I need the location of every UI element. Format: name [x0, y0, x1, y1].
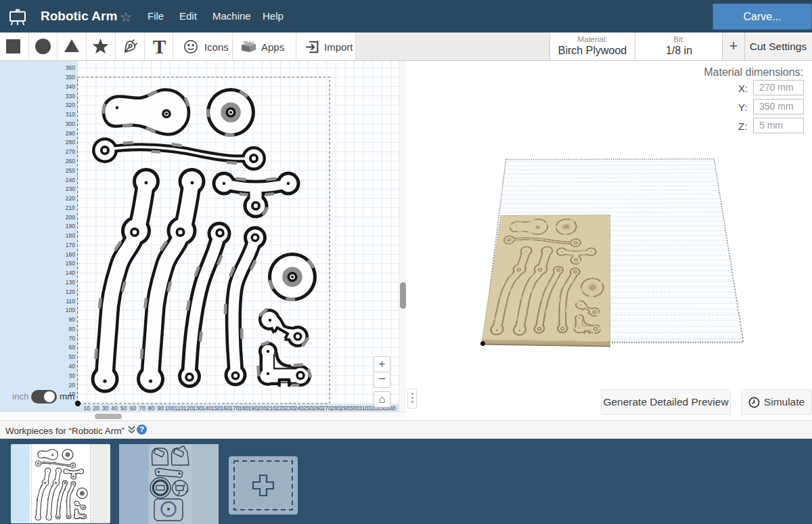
svg-text:210: 210 [267, 405, 276, 412]
svg-text:260: 260 [313, 405, 322, 412]
svg-text:30: 30 [69, 372, 76, 379]
svg-text:270: 270 [322, 405, 332, 412]
svg-text:240: 240 [66, 177, 75, 183]
svg-text:300: 300 [349, 405, 359, 412]
svg-text:140: 140 [66, 269, 75, 276]
svg-text:130: 130 [193, 405, 202, 412]
svg-text:70: 70 [69, 335, 76, 342]
svg-text:350: 350 [66, 74, 75, 81]
svg-text:190: 190 [66, 223, 75, 230]
svg-text:110: 110 [175, 405, 184, 412]
svg-text:230: 230 [66, 185, 75, 192]
svg-text:90: 90 [69, 316, 76, 323]
svg-text:100: 100 [165, 405, 175, 412]
svg-text:80: 80 [148, 405, 155, 412]
svg-text:50: 50 [120, 405, 127, 412]
svg-text:220: 220 [275, 405, 285, 412]
svg-text:20: 20 [69, 382, 76, 389]
svg-text:250: 250 [303, 405, 313, 412]
svg-text:190: 190 [248, 405, 258, 412]
svg-text:150: 150 [66, 260, 75, 267]
svg-text:60: 60 [69, 344, 76, 351]
svg-text:220: 220 [66, 195, 75, 202]
svg-text:30: 30 [102, 405, 109, 412]
svg-text:80: 80 [69, 326, 76, 332]
svg-text:200: 200 [257, 405, 267, 412]
svg-text:120: 120 [183, 405, 193, 412]
svg-text:260: 260 [66, 158, 75, 165]
svg-text:340: 340 [66, 83, 75, 90]
svg-text:60: 60 [130, 405, 137, 412]
svg-text:290: 290 [340, 405, 350, 412]
svg-text:160: 160 [221, 405, 230, 412]
svg-text:310: 310 [66, 111, 75, 118]
svg-text:170: 170 [229, 405, 239, 412]
svg-text:310: 310 [359, 405, 368, 412]
svg-text:300: 300 [66, 121, 75, 127]
svg-text:200: 200 [66, 214, 75, 221]
svg-text:40: 40 [69, 363, 76, 370]
svg-text:210: 210 [66, 204, 75, 211]
svg-text:320: 320 [66, 102, 75, 108]
svg-text:160: 160 [66, 251, 75, 258]
svg-text:110: 110 [66, 298, 75, 305]
svg-text:250: 250 [66, 167, 75, 174]
svg-text:140: 140 [202, 405, 211, 412]
svg-text:170: 170 [66, 242, 75, 248]
svg-text:230: 230 [285, 405, 294, 412]
svg-text:20: 20 [93, 405, 99, 412]
svg-text:180: 180 [239, 405, 248, 412]
svg-text:40: 40 [111, 405, 118, 412]
svg-text:360: 360 [66, 64, 75, 71]
svg-text:150: 150 [211, 405, 221, 412]
svg-text:240: 240 [294, 405, 304, 412]
svg-text:10: 10 [83, 405, 90, 412]
svg-text:180: 180 [66, 232, 75, 239]
svg-text:120: 120 [66, 288, 75, 295]
svg-text:280: 280 [331, 405, 340, 412]
svg-text:70: 70 [139, 405, 145, 412]
svg-text:270: 270 [66, 148, 75, 155]
svg-text:90: 90 [158, 405, 164, 412]
svg-text:100: 100 [66, 307, 75, 313]
svg-text:130: 130 [66, 279, 75, 286]
svg-text:290: 290 [66, 130, 75, 137]
svg-text:330: 330 [66, 93, 75, 100]
svg-text:50: 50 [69, 353, 76, 360]
svg-text:280: 280 [66, 139, 75, 146]
